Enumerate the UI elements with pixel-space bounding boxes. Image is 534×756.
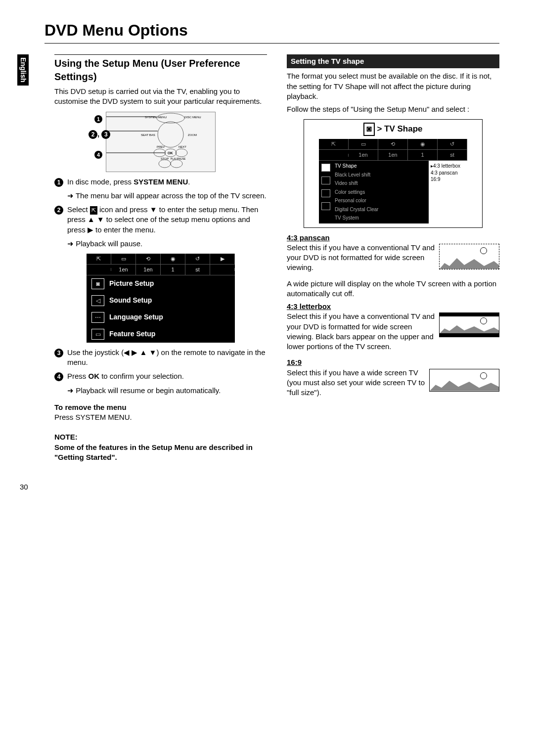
opt-letterbox-text: Select this if you have a conventional T… xyxy=(287,312,435,351)
svg-point-1 xyxy=(158,122,183,147)
menu-bar-cell: ◉ xyxy=(161,254,185,264)
step-3: 3 Use the joystick (◀ ▶ ▲ ▼) on the remo… xyxy=(54,348,267,368)
callout-3: 3 xyxy=(101,130,110,139)
tv-bar-cell: ↺ xyxy=(438,139,467,149)
tv-option: Black Level shift xyxy=(335,171,427,179)
tv-value: 4:3 panscan xyxy=(431,170,465,177)
remote-label-disc-menu: DISC MENU xyxy=(184,116,201,119)
step-number-2: 2 xyxy=(54,206,63,215)
language-icon xyxy=(321,189,330,197)
left-column: Using the Setup Menu (User Preference Se… xyxy=(54,48,267,462)
remote-diagram: 1 2, 3 4 SYSTEM MENU DISC MENU SEAT BAS … xyxy=(87,112,235,172)
menu-bar-cell xyxy=(210,268,235,271)
tv-bar-cell: 1en xyxy=(378,150,408,160)
callout-4: 4 xyxy=(94,151,102,159)
menu-label: Feature Setup xyxy=(109,329,155,339)
remote-label-zoom: ZOOM xyxy=(188,133,197,136)
tv-bar-cell: ▭ xyxy=(349,139,378,149)
panscan-illustration xyxy=(439,244,499,269)
page-number: 30 xyxy=(20,482,499,492)
tv-sidebar-icons xyxy=(319,161,333,223)
sound-icon xyxy=(321,177,330,184)
step-4-text-a: Press xyxy=(67,372,89,380)
step-number-1: 1 xyxy=(54,178,63,187)
menu-label: Language Setup xyxy=(109,312,163,322)
sound-icon: ◁ xyxy=(91,295,104,306)
step-3-text: Use the joystick (◀ ▶ ▲ ▼) on the remote… xyxy=(67,348,267,368)
feature-icon xyxy=(321,202,330,210)
menu-bar-cell: 1en xyxy=(136,265,161,275)
tv-bar-cell: st xyxy=(438,150,467,160)
menu-bar-cell: ⇱ xyxy=(87,254,111,264)
language-tab: English xyxy=(17,54,29,86)
menu-bar-cell: 1en xyxy=(111,265,136,275)
right-column: Setting the TV shape The format you sele… xyxy=(287,48,499,462)
opt-panscan-text2: A wide picture will display on the whole… xyxy=(287,279,499,299)
opt-panscan-heading: 4:3 panscan xyxy=(287,233,330,242)
menu-item-sound: ◁ Sound Setup xyxy=(87,292,235,309)
step-4-text-c: to confirm your selection. xyxy=(101,372,184,380)
opt-panscan-text: Select this if you have a conventional T… xyxy=(287,243,435,272)
remote-label-ok: OK xyxy=(168,151,173,155)
step-1-text-a: In disc mode, press xyxy=(67,178,134,186)
svg-point-4 xyxy=(176,149,187,157)
language-icon: ⋯ xyxy=(91,312,104,323)
tv-bar-cell: ◉ xyxy=(408,139,438,149)
remove-text: Press SYSTEM MENU. xyxy=(54,413,132,421)
step-2: 2 Select ⇱ icon and press ▼ to enter the… xyxy=(54,205,267,235)
tv-option: Color settings xyxy=(335,188,427,197)
tv-values-popup: ▸4:3 letterbox 4:3 panscan 16:9 xyxy=(429,161,467,223)
callout-1: 1 xyxy=(94,115,102,123)
page-title: DVD Menu Options xyxy=(44,20,499,44)
remote-label-stop: STOP xyxy=(161,157,169,160)
remote-label-seatbas: SEAT BAS xyxy=(141,133,155,136)
opt-169-heading: 16:9 xyxy=(287,358,302,366)
tv-option: Digital Crystal Clear xyxy=(335,205,427,214)
tv-bar-cell: ⟲ xyxy=(378,139,408,149)
menu-item-picture: ◙ Picture Setup xyxy=(87,275,235,292)
callout-2: 2 xyxy=(89,130,97,139)
tvshape-p1: The format you select must be available … xyxy=(287,71,499,101)
menu-bar-cell: st xyxy=(185,265,210,275)
tv-option: TV System xyxy=(335,214,427,222)
menu-bar-cell: 1 xyxy=(161,265,185,275)
note-text: Some of the features in the Setup Menu a… xyxy=(54,443,253,461)
remote-label-system-menu: SYSTEM MENU xyxy=(145,116,167,119)
menu-item-language: ⋯ Language Setup xyxy=(87,309,235,326)
menu-label: Sound Setup xyxy=(109,296,152,305)
menu-label: Picture Setup xyxy=(109,279,154,288)
step-1-sub: The menu bar will appear across the top … xyxy=(67,191,267,201)
step-1-text-c: . xyxy=(188,178,190,186)
menu-bar-cell: ▶ xyxy=(210,254,235,264)
tv-bar-cell xyxy=(319,154,349,157)
tv-bar-cell: 1en xyxy=(349,150,378,160)
svg-point-6 xyxy=(171,160,182,168)
tv-option: Video shift xyxy=(335,179,427,188)
step-2-text-a: Select xyxy=(67,205,90,214)
menu-bar-cell: ⟲ xyxy=(136,254,161,264)
menu-bar-cell: ↺ xyxy=(185,254,210,264)
step-2-sub: Playback will pause. xyxy=(67,239,267,249)
tv-option: Personal color xyxy=(335,196,427,205)
section-heading-setup: Using the Setup Menu (User Preference Se… xyxy=(54,54,267,84)
remove-heading: To remove the menu xyxy=(54,403,127,411)
picture-icon xyxy=(321,164,330,172)
tv-options-list: TV Shape Black Level shift Video shift C… xyxy=(333,161,429,223)
menu-bar-cell: ▭ xyxy=(111,254,136,264)
tv-shape-title-text: > TV Shape xyxy=(377,124,422,133)
menu-bar-cell xyxy=(87,268,111,271)
opt-169-text: Select this if you have a wide screen TV… xyxy=(287,368,425,397)
note-block: NOTE: Some of the features in the Setup … xyxy=(54,432,267,462)
note-heading: NOTE: xyxy=(54,433,78,441)
step-1: 1 In disc mode, press SYSTEM MENU. xyxy=(54,177,267,187)
setup-icon-inline: ⇱ xyxy=(90,206,97,215)
svg-point-5 xyxy=(159,160,171,168)
step-number-4: 4 xyxy=(54,372,63,381)
step-4: 4 Press OK to confirm your selection. xyxy=(54,371,267,381)
remote-label-next: NEXT xyxy=(178,145,186,148)
picture-icon: ◙ xyxy=(363,123,374,136)
intro-text: This DVD setup is carried out via the TV… xyxy=(54,87,267,107)
wide-illustration xyxy=(429,369,499,392)
tvshape-p2: Follow the steps of "Using the Setup Men… xyxy=(287,104,499,114)
menu-item-feature: ▭ Feature Setup xyxy=(87,326,235,343)
